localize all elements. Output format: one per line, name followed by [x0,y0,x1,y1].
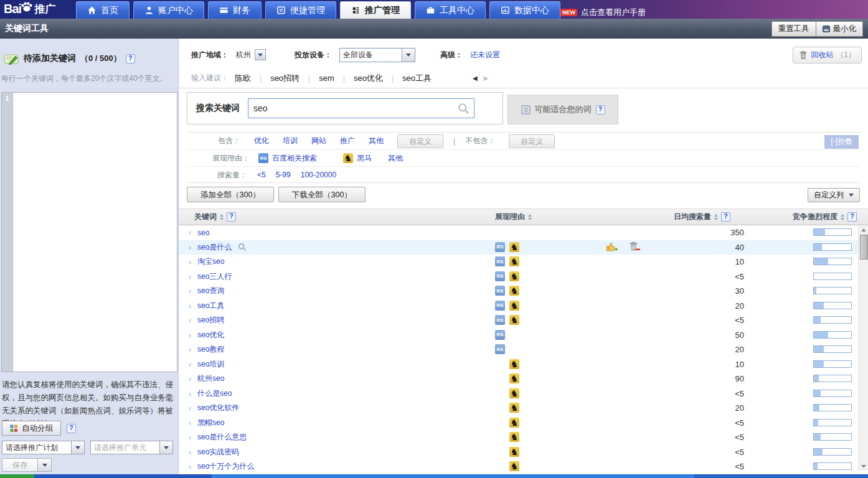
keyword-link[interactable]: 杭州seo [197,373,224,384]
unit-select[interactable]: 请选择推广单元 [90,441,173,454]
include-option[interactable]: 优化 [254,136,269,146]
reason-other-link[interactable]: 其他 [388,153,403,164]
next-suggestions-icon[interactable]: ▶ [484,75,489,82]
nav-tab-home[interactable]: 首页 [76,1,130,19]
keyword-link[interactable]: seo查询 [197,286,224,296]
keyword-link[interactable]: 淘宝seo [197,256,224,267]
add-keyword-caret-icon[interactable] [189,316,191,325]
plan-select-arrow[interactable] [71,441,84,454]
keyword-help-icon[interactable] [227,212,236,222]
search-icon[interactable] [458,103,469,115]
add-keyword-caret-icon[interactable] [189,345,191,354]
keyword-link[interactable]: seo优化 [197,330,224,340]
recycle-bin-button[interactable]: 回收站 （1） [793,47,862,63]
include-option[interactable]: 网站 [311,136,326,146]
add-keyword-caret-icon[interactable] [189,330,191,340]
save-dropdown-arrow[interactable] [38,458,52,472]
volume-help-icon[interactable] [721,212,730,222]
suggestion-item[interactable]: seo工具 [402,73,432,84]
keyword-link[interactable]: seo实战密码 [197,447,239,457]
plan-select[interactable]: 请选择推广计划 [2,441,85,454]
add-keyword-caret-icon[interactable] [189,228,191,237]
minimize-button[interactable]: 最小化 [816,21,864,37]
keyword-link[interactable]: seo工具 [197,301,224,311]
nav-tab-card[interactable]: 财务 [208,1,262,19]
include-option[interactable]: 推广 [340,136,355,146]
suggestion-item[interactable]: 陈欧 [235,73,251,84]
include-option[interactable]: 培训 [283,136,298,146]
volume-option[interactable]: <5 [257,171,266,179]
custom-columns-button[interactable]: 自定义列 [808,188,860,202]
suggestion-item[interactable]: seo优化 [354,73,383,84]
nav-tab-user[interactable]: 账户中心 [133,1,204,19]
download-all-button[interactable]: 下载全部（300） [278,187,366,202]
add-keyword-caret-icon[interactable] [189,257,191,266]
add-keyword-caret-icon[interactable] [189,433,191,442]
nav-tab-chart[interactable]: 数据中心 [489,1,560,19]
add-keyword-caret-icon[interactable] [189,418,191,428]
tab-suitable-words[interactable]: 可能适合您的词 [507,95,618,124]
device-select[interactable]: 全部设备 [339,48,415,62]
auto-group-button[interactable]: 自动分组 [2,421,61,436]
add-keyword-caret-icon[interactable] [189,243,191,252]
keyword-search-icon[interactable] [238,243,247,251]
keyword-link[interactable]: seo优化软件 [197,403,239,413]
keyword-link[interactable]: seo教程 [197,344,224,355]
thumbs-up-add-icon[interactable] [606,241,618,252]
sort-competition-icon[interactable] [841,214,844,220]
reset-tool-button[interactable]: 重置工具 [771,21,816,37]
nav-tab-panel[interactable]: 便捷管理 [265,1,336,19]
volume-option[interactable]: 5-99 [276,171,291,179]
include-custom-button[interactable]: 自定义 [397,134,443,148]
nav-tab-grid[interactable]: 推广管理 [340,1,411,19]
keyword-link[interactable]: 黑帽seo [197,418,224,428]
scrollbar-thumb[interactable] [860,235,868,260]
collapse-button[interactable]: [-]折叠 [824,135,859,149]
user-manual-link[interactable]: 点击查看用户手册 [581,7,646,18]
auto-group-help-icon[interactable] [67,424,76,433]
suggestion-item[interactable]: sem [319,73,334,83]
delete-keyword-icon[interactable] [629,241,641,252]
sort-keyword-icon[interactable] [220,214,224,220]
sort-volume-icon[interactable] [714,214,718,220]
unit-select-arrow[interactable] [159,441,172,454]
baidu-logo[interactable]: Bai 推广 [4,1,55,17]
keyword-link[interactable]: seo招聘 [197,315,224,326]
keyword-link[interactable]: seo是什么 [197,242,232,253]
region-dropdown-button[interactable] [255,49,266,60]
device-select-arrow[interactable] [402,49,415,62]
add-keyword-caret-icon[interactable] [189,374,191,383]
suitable-words-help-icon[interactable] [596,105,605,115]
nav-tab-briefcase[interactable]: 工具中心 [415,1,486,19]
keyword-link[interactable]: seo十万个为什么 [197,461,254,472]
scroll-down-icon[interactable] [861,465,866,468]
sort-reason-icon[interactable] [528,214,532,220]
reason-rs-link[interactable]: 百度相关搜索 [272,153,317,164]
save-button[interactable]: 保存 [2,458,38,472]
keyword-link[interactable]: 什么是seo [197,388,232,399]
reason-horse-link[interactable]: 黑马 [357,153,372,164]
advanced-not-set-link[interactable]: 还未设置 [470,50,500,60]
prev-suggestions-icon[interactable]: ◀ [473,75,478,82]
add-all-button[interactable]: 添加全部（300） [187,187,274,202]
suggestion-item[interactable]: seo招聘 [270,73,300,84]
include-option[interactable]: 其他 [369,136,384,146]
add-keyword-caret-icon[interactable] [189,462,191,471]
keyword-link[interactable]: seo培训 [197,359,224,370]
help-icon[interactable] [126,54,135,63]
add-keyword-caret-icon[interactable] [189,301,191,311]
keyword-textarea[interactable] [13,93,177,372]
keyword-link[interactable]: seo [197,228,209,237]
volume-option[interactable]: 100-20000 [301,171,336,179]
add-keyword-caret-icon[interactable] [189,403,191,413]
add-keyword-caret-icon[interactable] [189,272,191,281]
add-keyword-caret-icon[interactable] [189,286,191,296]
competition-help-icon[interactable] [847,212,857,222]
add-keyword-caret-icon[interactable] [189,448,191,457]
keyword-link[interactable]: seo三人行 [197,271,232,282]
add-keyword-caret-icon[interactable] [189,360,191,369]
add-keyword-caret-icon[interactable] [189,389,191,398]
exclude-custom-button[interactable]: 自定义 [509,134,555,148]
scroll-up-icon[interactable] [861,228,866,232]
table-scrollbar[interactable] [858,226,868,471]
